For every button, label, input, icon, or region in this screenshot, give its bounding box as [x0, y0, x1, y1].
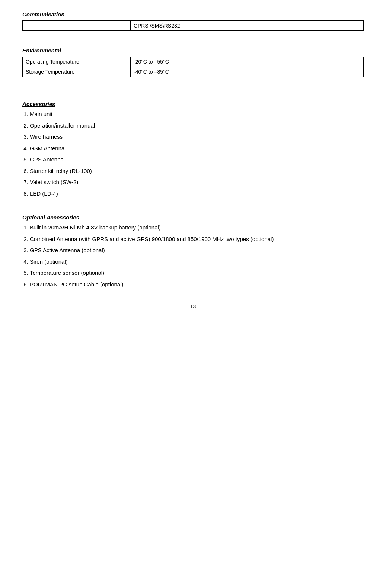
table-row: GPRS \SMS\RS232	[23, 21, 364, 31]
storage-temp-value: -40°C to +85°C	[131, 67, 364, 77]
list-item: Built in 20mA/H Ni-Mh 4.8V backup batter…	[30, 224, 364, 232]
environmental-table: Operating Temperature -20°C to +55°C Sto…	[22, 57, 364, 77]
operating-temp-value: -20°C to +55°C	[131, 57, 364, 67]
page-number: 13	[22, 303, 364, 309]
communication-section: Communication GPRS \SMS\RS232	[22, 11, 364, 31]
communication-title: Communication	[22, 11, 364, 17]
list-item: Main unit	[30, 110, 364, 119]
list-item: Operation/installer manual	[30, 122, 364, 130]
accessories-title: Accessories	[22, 101, 364, 107]
list-item: GSM Antenna	[30, 144, 364, 153]
list-item: GPS Antenna	[30, 155, 364, 164]
accessories-list: Main unit Operation/installer manual Wir…	[30, 110, 364, 198]
table-row-storage: Storage Temperature -40°C to +85°C	[23, 67, 364, 77]
table-row-operating: Operating Temperature -20°C to +55°C	[23, 57, 364, 67]
optional-accessories-list: Built in 20mA/H Ni-Mh 4.8V backup batter…	[30, 224, 364, 289]
communication-table: GPRS \SMS\RS232	[22, 20, 364, 31]
list-item: Starter kill relay (RL-100)	[30, 167, 364, 176]
list-item: LED (LD-4)	[30, 190, 364, 198]
list-item: PORTMAN PC-setup Cable (optional)	[30, 280, 364, 289]
list-item: Temperature sensor (optional)	[30, 269, 364, 277]
environmental-section: Environmental Operating Temperature -20°…	[22, 47, 364, 77]
optional-accessories-title: Optional Accessories	[22, 214, 364, 221]
list-item: Combined Antenna (with GPRS and active G…	[30, 235, 364, 244]
list-item: Valet switch (SW-2)	[30, 178, 364, 187]
optional-accessories-section: Optional Accessories Built in 20mA/H Ni-…	[22, 214, 364, 289]
list-item: Wire harness	[30, 133, 364, 141]
list-item: GPS Active Antenna (optional)	[30, 246, 364, 255]
storage-temp-label: Storage Temperature	[23, 67, 131, 77]
environmental-title: Environmental	[22, 47, 364, 54]
comm-col2: GPRS \SMS\RS232	[131, 21, 364, 31]
accessories-section: Accessories Main unit Operation/installe…	[22, 101, 364, 198]
comm-col1	[23, 21, 131, 31]
list-item: Siren (optional)	[30, 258, 364, 266]
operating-temp-label: Operating Temperature	[23, 57, 131, 67]
